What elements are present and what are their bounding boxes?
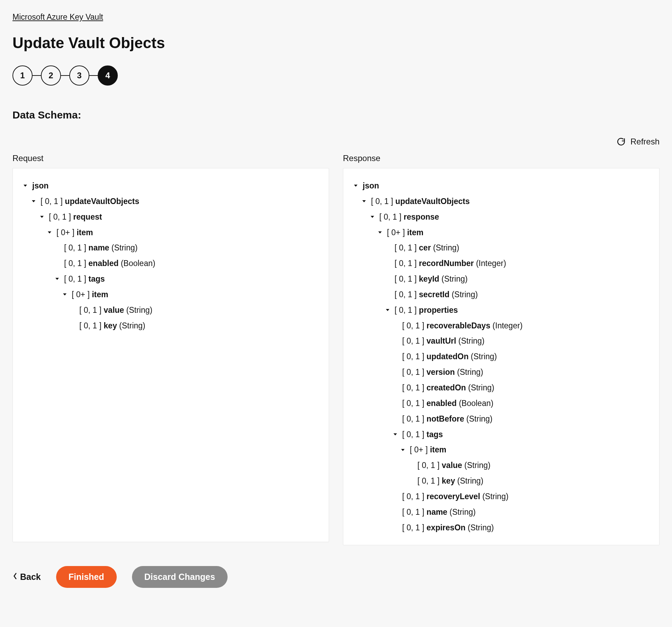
tree-node: [ 0, 1 ] cer (String) — [352, 240, 650, 256]
chevron-down-icon[interactable] — [30, 198, 37, 205]
chevron-down-icon[interactable] — [392, 431, 399, 438]
tree-node: [ 0, 1 ] recoverableDays (Integer) — [352, 318, 650, 334]
request-panel-label: Request — [12, 153, 329, 163]
response-panel: Response json[ 0, 1 ] updateVaultObjects… — [343, 153, 660, 545]
tree-node-label: [ 0, 1 ] value (String) — [417, 458, 490, 473]
tree-node[interactable]: json — [22, 178, 320, 194]
chevron-down-icon[interactable] — [399, 447, 406, 453]
tree-node[interactable]: [ 0, 1 ] tags — [22, 271, 320, 287]
tree-node-label: [ 0, 1 ] tags — [402, 427, 443, 442]
tree-node-label: [ 0, 1 ] expiresOn (String) — [402, 520, 494, 536]
response-tree: json[ 0, 1 ] updateVaultObjects[ 0, 1 ] … — [343, 168, 660, 545]
tree-node[interactable]: [ 0, 1 ] properties — [352, 302, 650, 318]
tree-node-label: [ 0, 1 ] secretId (String) — [395, 287, 478, 302]
step-4[interactable]: 4 — [98, 65, 118, 86]
chevron-down-icon[interactable] — [46, 229, 53, 236]
footer-buttons: Back Finished Discard Changes — [12, 566, 660, 588]
tree-node: [ 0, 1 ] notBefore (String) — [352, 411, 650, 427]
tree-node-label: [ 0, 1 ] keyId (String) — [395, 271, 468, 287]
step-connector — [33, 75, 41, 76]
tree-node: [ 0, 1 ] expiresOn (String) — [352, 520, 650, 536]
tree-node: [ 0, 1 ] keyId (String) — [352, 271, 650, 287]
back-button[interactable]: Back — [12, 572, 41, 582]
chevron-down-icon[interactable] — [61, 291, 68, 298]
tree-node[interactable]: [ 0, 1 ] tags — [352, 427, 650, 442]
tree-node-label: [ 0, 1 ] enabled (Boolean) — [402, 396, 493, 411]
tree-node-label: json — [32, 178, 48, 194]
tree-node: [ 0, 1 ] enabled (Boolean) — [352, 396, 650, 411]
discard-button[interactable]: Discard Changes — [132, 566, 228, 588]
tree-node-label: [ 0, 1 ] response — [379, 209, 439, 225]
tree-node[interactable]: [ 0, 1 ] response — [352, 209, 650, 225]
tree-node-label: [ 0, 1 ] value (String) — [79, 302, 152, 318]
tree-node-label: [ 0, 1 ] key (String) — [417, 473, 484, 489]
tree-node: [ 0, 1 ] recoveryLevel (String) — [352, 489, 650, 504]
tree-node-label: [ 0, 1 ] recoveryLevel (String) — [402, 489, 509, 504]
tree-node: [ 0, 1 ] key (String) — [22, 318, 320, 334]
tree-node-label: [ 0, 1 ] updatedOn (String) — [402, 349, 497, 364]
tree-node-label: [ 0, 1 ] properties — [395, 302, 458, 318]
tree-node: [ 0, 1 ] key (String) — [352, 473, 650, 489]
refresh-label: Refresh — [630, 137, 660, 147]
tree-node: [ 0, 1 ] value (String) — [22, 302, 320, 318]
refresh-icon — [617, 137, 626, 146]
tree-node[interactable]: [ 0+ ] item — [352, 225, 650, 240]
breadcrumb[interactable]: Microsoft Azure Key Vault — [12, 12, 103, 22]
tree-node-label: [ 0+ ] item — [72, 287, 108, 302]
tree-node-label: [ 0, 1 ] name (String) — [402, 504, 476, 520]
tree-node: [ 0, 1 ] secretId (String) — [352, 287, 650, 302]
tree-node-label: [ 0, 1 ] recoverableDays (Integer) — [402, 318, 523, 334]
tree-node-label: [ 0+ ] item — [410, 442, 446, 458]
tree-node: [ 0, 1 ] value (String) — [352, 458, 650, 473]
tree-node[interactable]: json — [352, 178, 650, 194]
tree-node[interactable]: [ 0+ ] item — [22, 287, 320, 302]
request-tree: json[ 0, 1 ] updateVaultObjects[ 0, 1 ] … — [12, 168, 329, 542]
tree-node-label: [ 0+ ] item — [387, 225, 423, 240]
request-panel: Request json[ 0, 1 ] updateVaultObjects[… — [12, 153, 329, 545]
tree-node: [ 0, 1 ] enabled (Boolean) — [22, 256, 320, 271]
stepper: 1234 — [12, 65, 660, 86]
back-label: Back — [20, 572, 41, 582]
tree-node-label: [ 0, 1 ] vaultUrl (String) — [402, 333, 485, 349]
tree-node-label: [ 0, 1 ] updateVaultObjects — [41, 194, 139, 209]
tree-node: [ 0, 1 ] createdOn (String) — [352, 380, 650, 396]
step-2[interactable]: 2 — [41, 65, 61, 86]
page-title: Update Vault Objects — [12, 34, 660, 52]
chevron-left-icon — [12, 572, 18, 582]
tree-node-label: [ 0, 1 ] recordNumber (Integer) — [395, 256, 506, 271]
chevron-down-icon[interactable] — [377, 229, 383, 236]
tree-node-label: [ 0, 1 ] request — [49, 209, 102, 225]
section-heading: Data Schema: — [12, 109, 660, 121]
response-panel-label: Response — [343, 153, 660, 163]
tree-node: [ 0, 1 ] name (String) — [352, 504, 650, 520]
chevron-down-icon[interactable] — [369, 213, 376, 220]
refresh-button[interactable]: Refresh — [12, 137, 660, 147]
step-3[interactable]: 3 — [69, 65, 89, 86]
chevron-down-icon[interactable] — [352, 182, 359, 189]
chevron-down-icon[interactable] — [22, 182, 29, 189]
step-1[interactable]: 1 — [12, 65, 33, 86]
tree-node-label: [ 0, 1 ] cer (String) — [395, 240, 459, 256]
tree-node: [ 0, 1 ] recordNumber (Integer) — [352, 256, 650, 271]
tree-node-label: [ 0, 1 ] createdOn (String) — [402, 380, 494, 396]
tree-node[interactable]: [ 0, 1 ] updateVaultObjects — [352, 194, 650, 209]
chevron-down-icon[interactable] — [384, 307, 391, 314]
tree-node-label: json — [363, 178, 379, 194]
step-connector — [61, 75, 69, 76]
tree-node[interactable]: [ 0+ ] item — [22, 225, 320, 240]
tree-node-label: [ 0, 1 ] tags — [64, 271, 105, 287]
tree-node-label: [ 0, 1 ] name (String) — [64, 240, 138, 256]
tree-node-label: [ 0+ ] item — [56, 225, 93, 240]
tree-node-label: [ 0, 1 ] updateVaultObjects — [371, 194, 470, 209]
tree-node[interactable]: [ 0+ ] item — [352, 442, 650, 458]
tree-node-label: [ 0, 1 ] notBefore (String) — [402, 411, 493, 427]
tree-node-label: [ 0, 1 ] key (String) — [79, 318, 145, 334]
chevron-down-icon[interactable] — [38, 213, 45, 220]
chevron-down-icon[interactable] — [361, 198, 368, 205]
tree-node-label: [ 0, 1 ] enabled (Boolean) — [64, 256, 155, 271]
tree-node[interactable]: [ 0, 1 ] request — [22, 209, 320, 225]
tree-node[interactable]: [ 0, 1 ] updateVaultObjects — [22, 194, 320, 209]
finished-button[interactable]: Finished — [56, 566, 117, 588]
chevron-down-icon[interactable] — [54, 275, 61, 282]
tree-node: [ 0, 1 ] version (String) — [352, 364, 650, 380]
